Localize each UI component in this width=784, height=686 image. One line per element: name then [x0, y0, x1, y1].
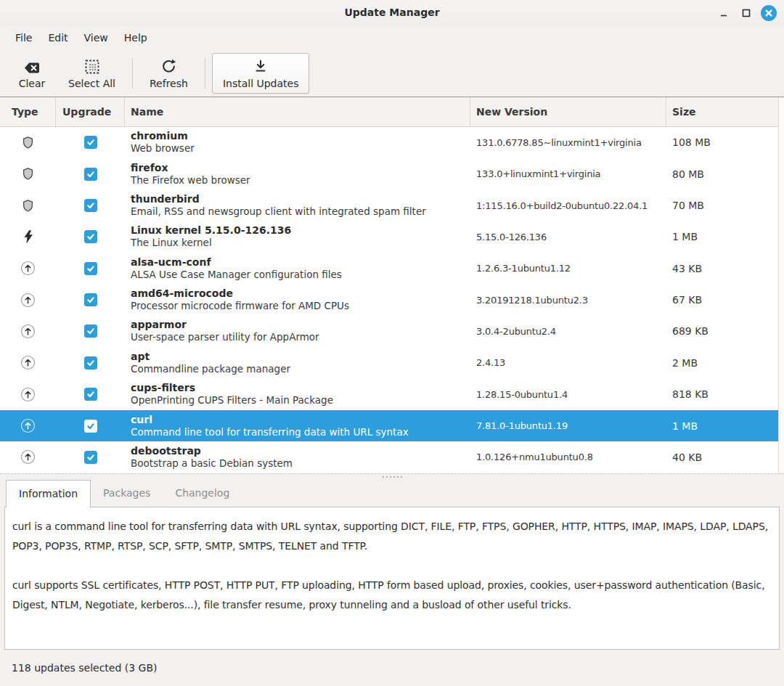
status-text: 118 updates selected (3 GB)	[12, 662, 158, 674]
table-row[interactable]: chromiumWeb browser131.0.6778.85~linuxmi…	[0, 127, 784, 158]
upgrade-checkbox[interactable]	[84, 168, 97, 181]
upgrade-checkbox[interactable]	[84, 293, 97, 306]
menu-file[interactable]: File	[7, 28, 40, 48]
select-all-label: Select All	[68, 78, 115, 89]
upgrade-checkbox[interactable]	[84, 420, 97, 433]
upgrade-checkbox[interactable]	[84, 324, 97, 338]
table-row[interactable]: curlCommand line tool for transferring d…	[0, 410, 784, 441]
drag-handle-dot	[386, 476, 388, 478]
package-new-version: 2.4.13	[470, 347, 666, 378]
table-row[interactable]: firefoxThe Firefox web browser133.0+linu…	[0, 158, 784, 189]
info-paragraph-2: curl supports SSL certificates, HTTP POS…	[12, 576, 772, 615]
package-size: 43 KB	[666, 253, 784, 284]
package-size: 689 KB	[666, 316, 784, 347]
column-header-upgrade[interactable]: Upgrade	[56, 97, 125, 126]
menu-help[interactable]: Help	[116, 28, 155, 48]
clear-button[interactable]: Clear	[6, 53, 58, 94]
package-name: firefox	[131, 162, 168, 174]
menu-bar: File Edit View Help	[0, 25, 784, 51]
upgrade-checkbox[interactable]	[84, 136, 97, 149]
update-manager-window: Update Manager File Edit View Help	[0, 0, 784, 686]
refresh-icon	[161, 57, 176, 74]
package-description: Processor microcode firmware for AMD CPU…	[131, 300, 349, 312]
package-description: OpenPrinting CUPS Filters - Main Package	[131, 394, 333, 407]
package-size: 108 MB	[666, 127, 784, 158]
column-header-type[interactable]: Type	[0, 97, 56, 126]
close-button[interactable]	[761, 5, 777, 21]
package-size: 80 MB	[666, 158, 784, 189]
column-header-name[interactable]: Name	[125, 97, 470, 126]
package-description: Email, RSS and newsgroup client with int…	[131, 205, 426, 218]
kernel-lightning-icon	[0, 221, 56, 253]
maximize-button[interactable]	[738, 5, 754, 21]
pane-splitter[interactable]	[0, 473, 784, 480]
install-updates-icon	[253, 57, 268, 74]
tab-packages[interactable]: Packages	[91, 480, 163, 507]
package-size: 1 MB	[666, 221, 784, 253]
select-all-icon	[85, 57, 99, 74]
package-upgrade-icon	[0, 284, 56, 315]
tab-changelog[interactable]: Changelog	[163, 480, 242, 507]
install-updates-button[interactable]: Install Updates	[212, 53, 310, 94]
package-new-version: 3.20191218.1ubuntu2.3	[470, 284, 666, 315]
menu-edit[interactable]: Edit	[40, 28, 75, 48]
upgrade-checkbox[interactable]	[84, 230, 97, 243]
package-name: Linux kernel 5.15.0-126.136	[131, 224, 291, 237]
security-shield-icon	[0, 189, 56, 221]
upgrade-checkbox[interactable]	[84, 451, 97, 464]
package-new-version: 133.0+linuxmint1+virginia	[470, 158, 666, 189]
package-description: Web browser	[131, 142, 195, 155]
upgrade-checkbox[interactable]	[84, 388, 97, 401]
package-name: apparmor	[131, 319, 187, 331]
upgrade-checkbox[interactable]	[84, 262, 97, 275]
security-shield-icon	[0, 127, 56, 158]
package-description: ALSA Use Case Manager configuration file…	[131, 269, 342, 281]
column-header-new-version[interactable]: New Version	[470, 97, 666, 126]
toolbar-separator	[132, 58, 133, 89]
security-shield-icon	[0, 158, 56, 189]
close-icon	[764, 9, 773, 17]
package-new-version: 1.0.126+nmu1ubuntu0.8	[470, 441, 666, 473]
titlebar[interactable]: Update Manager	[0, 0, 784, 25]
maximize-icon	[741, 8, 751, 18]
updates-table: Type Upgrade Name New Version Size chrom…	[0, 97, 784, 473]
clear-icon	[23, 57, 41, 74]
vertical-scrollbar[interactable]	[778, 97, 784, 473]
upgrade-checkbox[interactable]	[84, 199, 97, 212]
column-header-size[interactable]: Size	[666, 97, 784, 126]
table-row[interactable]: apparmorUser-space parser utility for Ap…	[0, 316, 784, 347]
clear-label: Clear	[19, 78, 46, 89]
status-bar: 118 updates selected (3 GB)	[0, 650, 784, 686]
table-row[interactable]: cups-filtersOpenPrinting CUPS Filters - …	[0, 379, 784, 410]
package-upgrade-icon	[0, 379, 56, 410]
drag-handle-dot	[393, 476, 395, 478]
table-row[interactable]: Linux kernel 5.15.0-126.136The Linux ker…	[0, 221, 784, 253]
package-size: 818 KB	[666, 379, 784, 410]
package-name: chromium	[131, 130, 188, 142]
drag-handle-dot	[383, 476, 384, 478]
package-upgrade-icon	[0, 253, 56, 284]
table-row[interactable]: debootstrapBootstrap a basic Debian syst…	[0, 441, 784, 473]
tab-information[interactable]: Information	[6, 480, 91, 507]
window-controls	[716, 0, 777, 25]
package-description: The Linux kernel	[131, 237, 212, 249]
toolbar-separator	[205, 58, 205, 89]
package-new-version: 1:115.16.0+build2-0ubuntu0.22.04.1	[470, 189, 666, 221]
package-new-version: 1.2.6.3-1ubuntu1.12	[470, 253, 666, 284]
table-row[interactable]: aptCommandline package manager2.4.132 MB	[0, 347, 784, 378]
upgrade-checkbox[interactable]	[84, 356, 97, 369]
table-row[interactable]: amd64-microcodeProcessor microcode firmw…	[0, 284, 784, 315]
package-new-version: 131.0.6778.85~linuxmint1+virginia	[470, 127, 666, 158]
package-new-version: 7.81.0-1ubuntu1.19	[470, 410, 666, 441]
table-row[interactable]: thunderbirdEmail, RSS and newsgroup clie…	[0, 189, 784, 221]
package-size: 1 MB	[666, 410, 784, 441]
package-description: Commandline package manager	[131, 363, 290, 375]
information-panel: curl is a command line tool for transfer…	[4, 507, 780, 650]
table-row[interactable]: alsa-ucm-confALSA Use Case Manager confi…	[0, 253, 784, 284]
refresh-button[interactable]: Refresh	[139, 53, 198, 94]
menu-view[interactable]: View	[76, 28, 116, 48]
minimize-button[interactable]	[716, 5, 732, 21]
select-all-button[interactable]: Select All	[58, 53, 126, 94]
package-new-version: 5.15.0-126.136	[470, 221, 666, 253]
info-paragraph-1: curl is a command line tool for transfer…	[12, 517, 772, 556]
